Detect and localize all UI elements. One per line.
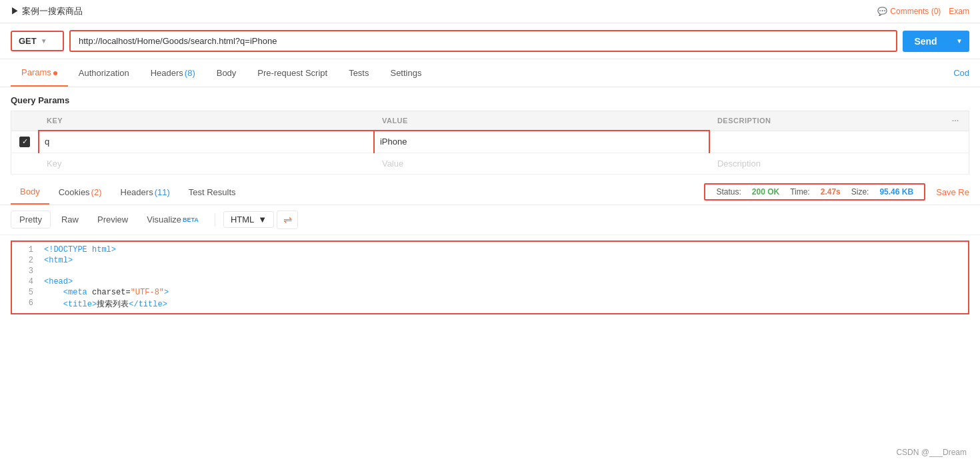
th-key: KEY — [39, 111, 374, 131]
response-tab-body[interactable]: Body — [11, 180, 49, 205]
code-line-4-content: <head> — [44, 277, 963, 286]
comments-label: Comments (0) — [890, 7, 941, 16]
comment-icon: 💬 — [877, 7, 887, 16]
th-check — [11, 111, 39, 131]
format-tab-preview[interactable]: Preview — [89, 211, 136, 228]
params-table: KEY VALUE DESCRIPTION ··· ✓ q — [11, 111, 969, 175]
line-number-2: 2 — [17, 256, 44, 265]
tab-params-label: Params — [21, 67, 51, 77]
request-tabs: Params Authorization Headers(8) Body Pre… — [0, 59, 980, 87]
row-value-value: iPhone — [380, 137, 407, 147]
response-body-controls: Pretty Raw Preview VisualizeBETA HTML ▼ … — [0, 205, 980, 235]
response-section: Body Cookies(2) Headers(11) Test Results… — [0, 180, 980, 320]
save-response-button[interactable]: Save Re — [925, 181, 969, 204]
code-line: 6 <title>搜索列表</title> — [17, 298, 963, 310]
headers-badge: (8) — [185, 68, 195, 78]
check-mark-icon: ✓ — [22, 137, 28, 146]
comments-link[interactable]: 💬 Comments (0) — [877, 7, 941, 16]
placeholder-value-cell[interactable]: Value — [374, 153, 709, 174]
line-number-3: 3 — [17, 266, 44, 276]
format-select-chevron-icon: ▼ — [258, 215, 267, 225]
url-bar-section: GET ▼ Send ▼ — [0, 23, 980, 59]
response-headers-badge: (11) — [155, 187, 170, 197]
th-actions: ··· — [943, 111, 969, 131]
response-tab-cookies-label: Cookies — [59, 187, 90, 197]
send-dropdown-icon[interactable]: ▼ — [949, 37, 969, 45]
time-value: 2.47s — [821, 187, 841, 197]
code-line-3-content — [44, 266, 963, 276]
row-desc-cell[interactable] — [709, 131, 943, 153]
format-divider — [215, 213, 215, 227]
format-raw-label: Raw — [61, 215, 79, 225]
format-select[interactable]: HTML ▼ — [223, 211, 274, 228]
code-viewer: 1 <!DOCTYPE html> 2 <html> 3 4 <head> 5 … — [0, 235, 980, 320]
params-section: Query Params KEY VALUE DESCRIPTION ··· ✓ — [0, 87, 980, 175]
code-line: 4 <head> — [17, 276, 963, 287]
exam-link[interactable]: Exam — [949, 7, 969, 16]
tab-pre-request-label: Pre-request Script — [257, 68, 327, 78]
method-dropdown[interactable]: GET ▼ — [11, 31, 64, 51]
top-right-actions: 💬 Comments (0) Exam — [877, 7, 969, 16]
word-wrap-button[interactable]: ⇌ — [277, 211, 298, 229]
url-input[interactable] — [69, 30, 897, 52]
placeholder-desc-cell[interactable]: Description — [709, 153, 943, 174]
params-dot — [53, 71, 57, 75]
method-chevron-icon: ▼ — [41, 37, 47, 45]
tab-settings[interactable]: Settings — [379, 60, 432, 86]
row-checkbox[interactable]: ✓ — [19, 137, 30, 147]
code-line-1-content: <!DOCTYPE html> — [44, 245, 963, 254]
placeholder-desc-text: Description — [717, 159, 761, 169]
response-tabs-row: Body Cookies(2) Headers(11) Test Results… — [0, 180, 980, 205]
breadcrumb-text: ▶ 案例一搜索商品 — [11, 5, 83, 17]
placeholder-value-text: Value — [382, 159, 403, 169]
response-tab-body-label: Body — [20, 187, 40, 197]
status-label: Status: — [716, 187, 741, 197]
row-checkbox-cell[interactable]: ✓ — [11, 131, 39, 153]
response-tab-headers[interactable]: Headers(11) — [111, 181, 179, 204]
code-line: 3 — [17, 266, 963, 276]
tab-settings-label: Settings — [390, 68, 421, 78]
tab-authorization[interactable]: Authorization — [68, 60, 140, 86]
table-placeholder-row: Key Value Description — [11, 153, 969, 174]
code-line: 2 <html> — [17, 255, 963, 266]
table-row: ✓ q iPhone — [11, 131, 969, 153]
format-preview-label: Preview — [97, 215, 128, 225]
query-params-label: Query Params — [11, 95, 969, 105]
status-value: 200 OK — [752, 187, 779, 197]
response-tab-cookies[interactable]: Cookies(2) — [49, 181, 111, 204]
tab-tests-label: Tests — [349, 68, 369, 78]
format-visualize-label: Visualize — [147, 215, 181, 225]
format-tab-visualize[interactable]: VisualizeBETA — [139, 211, 207, 228]
code-highlighted-block: 1 <!DOCTYPE html> 2 <html> 3 4 <head> 5 … — [11, 240, 969, 314]
beta-badge: BETA — [183, 217, 199, 223]
response-tab-test-results-label: Test Results — [189, 187, 236, 197]
response-tab-headers-label: Headers — [121, 187, 153, 197]
format-select-value: HTML — [231, 215, 254, 225]
cookies-badge: (2) — [91, 187, 102, 197]
response-status-bar: Status: 200 OK Time: 2.47s Size: 95.46 K… — [704, 183, 925, 201]
row-actions-cell — [943, 131, 969, 153]
row-key-value: q — [45, 137, 49, 147]
tabs-right-link[interactable]: Cod — [953, 60, 969, 86]
tab-tests[interactable]: Tests — [338, 60, 379, 86]
tab-headers[interactable]: Headers(8) — [140, 60, 206, 86]
breadcrumb-bar: ▶ 案例一搜索商品 💬 Comments (0) Exam — [0, 0, 980, 23]
row-key-cell[interactable]: q — [39, 131, 374, 153]
placeholder-key-cell[interactable]: Key — [39, 153, 374, 174]
format-pretty-label: Pretty — [19, 215, 42, 225]
tab-body[interactable]: Body — [206, 60, 247, 86]
response-tab-test-results[interactable]: Test Results — [179, 181, 245, 204]
format-tab-pretty[interactable]: Pretty — [11, 211, 51, 229]
line-number-5: 5 — [17, 288, 44, 297]
send-label: Send — [903, 36, 949, 47]
send-button[interactable]: Send ▼ — [903, 31, 969, 52]
format-tab-raw[interactable]: Raw — [53, 211, 87, 228]
tab-pre-request[interactable]: Pre-request Script — [247, 60, 338, 86]
row-value-cell[interactable]: iPhone — [374, 131, 709, 153]
tab-body-label: Body — [217, 68, 237, 78]
code-line: 1 <!DOCTYPE html> — [17, 244, 963, 255]
code-line-6-content: <title>搜索列表</title> — [44, 298, 963, 310]
tab-params[interactable]: Params — [11, 59, 68, 87]
word-wrap-icon: ⇌ — [283, 213, 292, 226]
size-label: Size: — [851, 187, 869, 197]
